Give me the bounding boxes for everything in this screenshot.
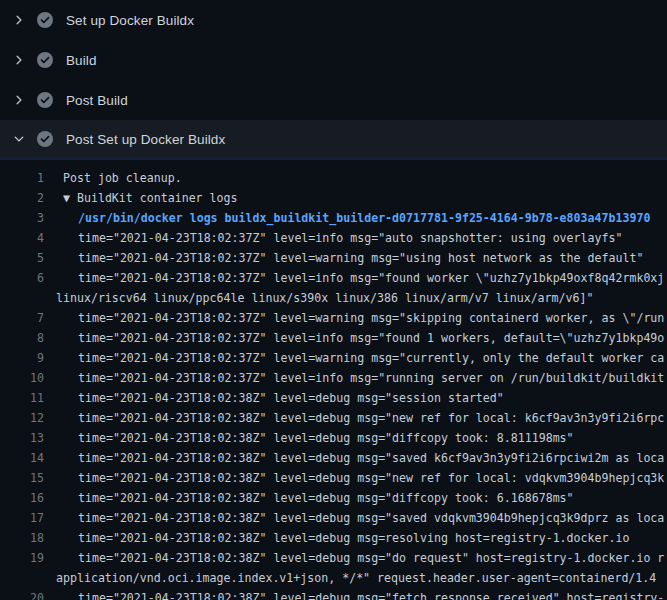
- log-text: time="2021-04-23T18:02:38Z" level=debug …: [78, 548, 664, 568]
- log-line: 18 time="2021-04-23T18:02:38Z" level=deb…: [0, 528, 667, 548]
- step-header-set-up-docker-buildx[interactable]: Set up Docker Buildx: [0, 0, 667, 40]
- check-circle-icon: [37, 92, 53, 108]
- line-number[interactable]: 7: [0, 308, 44, 328]
- log-text: time="2021-04-23T18:02:37Z" level=warnin…: [78, 348, 664, 368]
- line-number[interactable]: 12: [0, 408, 44, 428]
- log-text: time="2021-04-23T18:02:37Z" level=info m…: [78, 368, 664, 388]
- log-viewer[interactable]: 1 Post job cleanup. 2 ▼ BuildKit contain…: [0, 160, 667, 600]
- log-line: 15 time="2021-04-23T18:02:38Z" level=deb…: [0, 468, 667, 488]
- check-circle-icon: [37, 131, 53, 147]
- line-number[interactable]: 20: [0, 588, 44, 600]
- log-line: 8 time="2021-04-23T18:02:37Z" level=info…: [0, 328, 667, 348]
- step-label: Post Set up Docker Buildx: [66, 132, 225, 147]
- line-number[interactable]: 17: [0, 508, 44, 528]
- log-text: application/vnd.oci.image.index.v1+json,…: [56, 568, 656, 588]
- line-number[interactable]: 9: [0, 348, 44, 368]
- log-line: 20 time="2021-04-23T18:02:38Z" level=deb…: [0, 588, 667, 600]
- step-header-build[interactable]: Build: [0, 40, 667, 80]
- chevron-right-icon: [13, 54, 25, 66]
- step-label: Post Build: [66, 93, 128, 108]
- log-line: 19 time="2021-04-23T18:02:38Z" level=deb…: [0, 548, 667, 568]
- log-line: 5 time="2021-04-23T18:02:37Z" level=warn…: [0, 248, 667, 268]
- log-line: 9 time="2021-04-23T18:02:37Z" level=warn…: [0, 348, 667, 368]
- log-command: /usr/bin/docker logs buildx_buildkit_bui…: [78, 208, 650, 228]
- steps-list: Set up Docker Buildx Build Post Build Po…: [0, 0, 667, 160]
- chevron-right-icon: [13, 14, 25, 26]
- log-text: time="2021-04-23T18:02:37Z" level=warnin…: [78, 308, 664, 328]
- log-text: time="2021-04-23T18:02:38Z" level=debug …: [78, 468, 664, 488]
- line-number[interactable]: 13: [0, 428, 44, 448]
- log-line: 13 time="2021-04-23T18:02:38Z" level=deb…: [0, 428, 667, 448]
- check-circle-icon: [37, 12, 53, 28]
- chevron-right-icon: [13, 94, 25, 106]
- log-text: time="2021-04-23T18:02:37Z" level=warnin…: [78, 248, 643, 268]
- log-line: 10 time="2021-04-23T18:02:37Z" level=inf…: [0, 368, 667, 388]
- log-text: time="2021-04-23T18:02:38Z" level=debug …: [78, 388, 504, 408]
- log-text: linux/riscv64 linux/ppc64le linux/s390x …: [56, 288, 593, 308]
- log-line: application/vnd.oci.image.index.v1+json,…: [0, 568, 667, 588]
- log-line: 6 time="2021-04-23T18:02:37Z" level=info…: [0, 268, 667, 288]
- log-line: 4 time="2021-04-23T18:02:37Z" level=info…: [0, 228, 667, 248]
- log-line: 3 /usr/bin/docker logs buildx_buildkit_b…: [0, 208, 667, 228]
- log-text: time="2021-04-23T18:02:38Z" level=debug …: [78, 528, 629, 548]
- line-number[interactable]: 8: [0, 328, 44, 348]
- step-header-post-set-up-docker-buildx[interactable]: Post Set up Docker Buildx: [0, 120, 667, 160]
- line-number[interactable]: 10: [0, 368, 44, 388]
- line-number[interactable]: 6: [0, 268, 44, 288]
- log-text: time="2021-04-23T18:02:37Z" level=info m…: [78, 268, 664, 288]
- step-label: Set up Docker Buildx: [66, 13, 194, 28]
- log-line: 16 time="2021-04-23T18:02:38Z" level=deb…: [0, 488, 667, 508]
- log-text: time="2021-04-23T18:02:38Z" level=debug …: [78, 448, 664, 468]
- log-line: linux/riscv64 linux/ppc64le linux/s390x …: [0, 288, 667, 308]
- line-number[interactable]: 18: [0, 528, 44, 548]
- log-text: Post job cleanup.: [63, 168, 182, 188]
- line-number[interactable]: 5: [0, 248, 44, 268]
- log-text: time="2021-04-23T18:02:38Z" level=debug …: [78, 428, 574, 448]
- log-line: 7 time="2021-04-23T18:02:37Z" level=warn…: [0, 308, 667, 328]
- line-number[interactable]: 2: [0, 188, 44, 208]
- log-line: 14 time="2021-04-23T18:02:38Z" level=deb…: [0, 448, 667, 468]
- log-line: 12 time="2021-04-23T18:02:38Z" level=deb…: [0, 408, 667, 428]
- log-group-toggle[interactable]: ▼ BuildKit container logs: [63, 188, 238, 208]
- log-line: 1 Post job cleanup.: [0, 168, 667, 188]
- log-line: 11 time="2021-04-23T18:02:38Z" level=deb…: [0, 388, 667, 408]
- line-number[interactable]: 3: [0, 208, 44, 228]
- log-text: time="2021-04-23T18:02:38Z" level=debug …: [78, 588, 664, 600]
- log-text: time="2021-04-23T18:02:38Z" level=debug …: [78, 408, 664, 428]
- log-text: time="2021-04-23T18:02:37Z" level=info m…: [78, 228, 622, 248]
- check-circle-icon: [37, 52, 53, 68]
- line-number[interactable]: 19: [0, 548, 44, 568]
- line-number[interactable]: 11: [0, 388, 44, 408]
- log-line: 17 time="2021-04-23T18:02:38Z" level=deb…: [0, 508, 667, 528]
- log-text: time="2021-04-23T18:02:38Z" level=debug …: [78, 508, 664, 528]
- line-number[interactable]: 16: [0, 488, 44, 508]
- log-line: 2 ▼ BuildKit container logs: [0, 188, 667, 208]
- step-label: Build: [66, 53, 97, 68]
- log-text: time="2021-04-23T18:02:38Z" level=debug …: [78, 488, 574, 508]
- line-number[interactable]: 15: [0, 468, 44, 488]
- log-text: time="2021-04-23T18:02:37Z" level=info m…: [78, 328, 664, 348]
- line-number[interactable]: 1: [0, 168, 44, 188]
- chevron-down-icon: [13, 133, 25, 145]
- line-number[interactable]: 14: [0, 448, 44, 468]
- step-header-post-build[interactable]: Post Build: [0, 80, 667, 120]
- line-number[interactable]: 4: [0, 228, 44, 248]
